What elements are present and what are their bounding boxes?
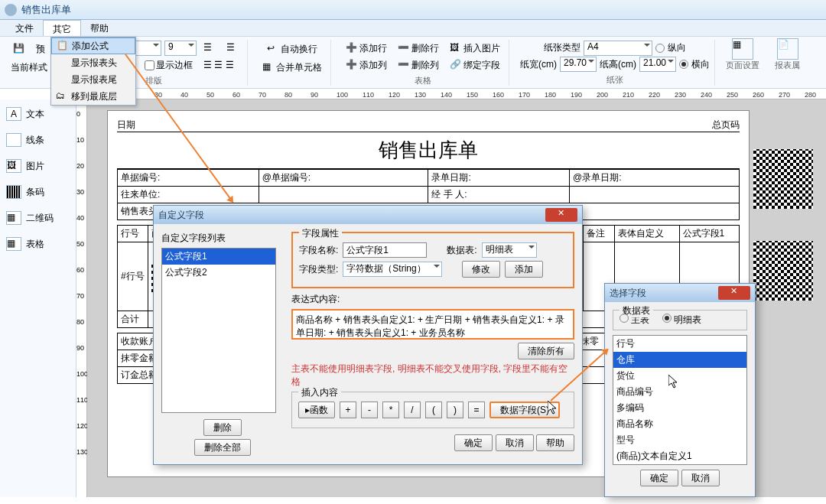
select-field-dialog: 选择字段 数据表 主表 明细表 行号仓库货位商品编号多编码商品名称型号(商品)文… (604, 283, 756, 497)
list-item[interactable]: 货位 (613, 368, 746, 384)
tool-qrcode[interactable]: ▦二维码 (0, 208, 76, 228)
menu-move-bottom[interactable]: 🗂移到最底层 (51, 88, 135, 105)
list-item[interactable]: 公式字段1 (162, 249, 275, 265)
menu-add-formula[interactable]: 📋添加公式 (51, 37, 135, 54)
lbl: 字符数据（String） (346, 263, 425, 274)
table-select[interactable]: 明细表 (482, 242, 537, 258)
papertype-select[interactable]: A4 (584, 41, 652, 56)
align-group[interactable]: ☰ ☰ ☰ (200, 57, 238, 73)
op-rparen[interactable]: ) (447, 402, 463, 418)
lbl: 函数 (310, 405, 328, 415)
lbl: @单据编号: (259, 170, 428, 187)
bindfield-button[interactable]: 🔗绑定字段 (446, 57, 504, 73)
close-button[interactable] (545, 208, 577, 222)
warning-text: 主表不能使用明细表字段, 明细表不能交叉使用字段, 字段里不能有空格 (291, 363, 574, 389)
lbl: 二维码 (26, 212, 54, 225)
list-item[interactable]: 行号 (613, 336, 746, 352)
op-div[interactable]: / (404, 402, 421, 418)
list-item[interactable]: 商品多条码 (613, 464, 746, 465)
op-plus[interactable]: + (340, 402, 356, 418)
tool-barcode[interactable]: 条码 (0, 182, 76, 202)
lbl: 数据表: (447, 244, 476, 257)
list-item[interactable]: 仓库 (613, 352, 746, 368)
lbl: 经 手 人: (428, 187, 570, 203)
landscape-radio[interactable] (679, 60, 688, 69)
op-eq[interactable]: = (468, 402, 485, 418)
ok-button[interactable]: 确定 (640, 470, 678, 486)
menu-help[interactable]: 帮助 (81, 20, 118, 36)
expression-textarea[interactable]: 商品名称 + 销售表头自定义1: + 生产日期 + 销售表头自定义1: + 录单… (291, 309, 574, 340)
op-mult[interactable]: * (382, 402, 399, 418)
modify-button[interactable]: 修改 (462, 261, 500, 278)
bind-icon: 🔗 (450, 59, 462, 71)
report-attr-icon[interactable]: 📄 (777, 38, 798, 60)
ribbon-group-style: 💾 预 当前样式 (5, 40, 54, 86)
field-name-input[interactable] (343, 242, 427, 258)
preview-button[interactable]: 预 (32, 41, 49, 57)
lbl: A4 (587, 41, 599, 52)
list-item[interactable]: 型号 (613, 432, 746, 448)
tool-text[interactable]: A文本 (0, 104, 76, 124)
lbl: 添加行 (359, 42, 387, 55)
menu-show-footer[interactable]: 显示报表尾 (51, 71, 135, 88)
delete-all-button[interactable]: 删除全部 (194, 439, 251, 456)
cursor-icon (668, 375, 679, 389)
cancel-button[interactable]: 取消 (496, 434, 534, 451)
autowrap-button[interactable]: ↩自动换行 (263, 41, 321, 57)
field-list[interactable]: 公式字段1 公式字段2 (161, 248, 276, 413)
function-button[interactable]: ▸函数 (298, 402, 335, 418)
lbl: 29.70 (564, 57, 587, 68)
detail-table-radio[interactable] (662, 314, 672, 323)
border-check[interactable] (145, 60, 154, 70)
list-item[interactable]: 商品名称 (613, 416, 746, 432)
select-field-list[interactable]: 行号仓库货位商品编号多编码商品名称型号(商品)文本自定义1商品多条码业务员名称基… (613, 335, 747, 465)
help-button[interactable]: 帮助 (536, 434, 574, 451)
lbl: 横向 (691, 58, 710, 71)
addcol-button[interactable]: ➕添加列 (342, 57, 391, 73)
lbl: 合并单元格 (276, 61, 322, 74)
portrait-radio[interactable] (655, 44, 665, 53)
delete-field-button[interactable]: 删除 (203, 419, 242, 436)
field-attr-group: 字段属性 字段名称: 数据表:明细表 字段类型:字符数据（String） 修改 … (291, 232, 574, 288)
menu-show-header[interactable]: 显示报表头 (51, 54, 135, 71)
tool-line[interactable]: 线条 (0, 130, 76, 150)
paper-label: 纸张 (606, 74, 623, 86)
cell: #行号 (118, 242, 148, 311)
clear-button[interactable]: 清除所有 (518, 343, 574, 359)
list-item[interactable]: 公式字段2 (162, 265, 275, 281)
close-button[interactable] (718, 286, 750, 300)
menu-other[interactable]: 其它 (43, 20, 81, 36)
papertype-label: 纸张类型 (544, 41, 580, 54)
dialog-title: 自定义字段 (158, 209, 204, 222)
lbl: 绑定字段 (463, 59, 500, 72)
list-item[interactable]: (商品)文本自定义1 (613, 448, 746, 464)
op-lparen[interactable]: ( (425, 402, 442, 418)
add-button[interactable]: 添加 (505, 261, 543, 278)
tool-table[interactable]: ▦表格 (0, 234, 76, 254)
list-item[interactable]: 多编码 (613, 400, 746, 416)
addrow-button[interactable]: ➕添加行 (342, 40, 391, 57)
tool-image[interactable]: 🖼图片 (0, 156, 76, 176)
height-input[interactable]: 21.00 (639, 57, 676, 72)
size-select[interactable]: 9 (164, 41, 197, 56)
list-item[interactable]: 商品编号 (613, 384, 746, 400)
lbl: 页面设置 (726, 60, 759, 71)
insertpic-button[interactable]: 🖼插入图片 (446, 40, 504, 57)
width-input[interactable]: 29.70 (560, 57, 597, 72)
image-icon: 🖼 (6, 159, 21, 173)
page-setup-icon[interactable]: ▦ (732, 38, 753, 60)
save-button[interactable]: 💾 (9, 41, 29, 57)
merge-button[interactable]: ▦合并单元格 (259, 59, 326, 76)
op-minus[interactable]: - (361, 402, 378, 418)
delcol-button[interactable]: ➖删除列 (394, 57, 443, 73)
delrow-button[interactable]: ➖删除行 (394, 40, 443, 57)
menu-file[interactable]: 文件 (6, 20, 43, 36)
ok-button[interactable]: 确定 (454, 434, 493, 451)
text-icon: A (6, 107, 21, 121)
align-center[interactable]: ☰ (223, 40, 242, 57)
align-left[interactable]: ☰ (200, 40, 220, 57)
main-table-radio[interactable] (620, 314, 629, 323)
show-border-button[interactable]: 显示边框 (141, 57, 197, 73)
cancel-button[interactable]: 取消 (681, 470, 720, 486)
type-select[interactable]: 字符数据（String） (343, 262, 442, 277)
